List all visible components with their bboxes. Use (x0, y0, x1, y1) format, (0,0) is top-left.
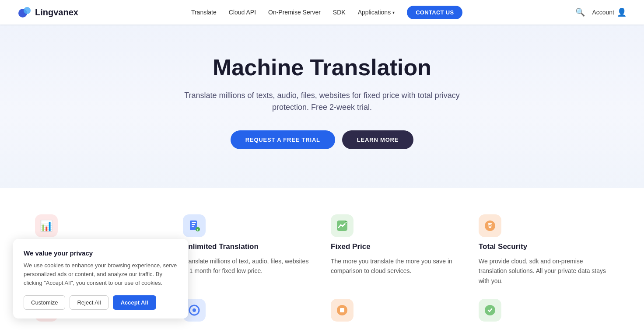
svg-rect-3 (192, 222, 196, 223)
feature-card-fixed-price: Fixed Price The more you translate the m… (331, 214, 461, 286)
cookie-buttons: Customize Reject All Accept All (24, 295, 178, 310)
reject-all-button[interactable]: Reject All (70, 295, 108, 310)
feature-desc-unlimited: Translate millions of text, audio, files… (183, 256, 313, 276)
accept-all-button[interactable]: Accept All (113, 295, 156, 310)
svg-point-10 (346, 222, 347, 223)
account-nav[interactable]: Account 👤 (592, 7, 626, 17)
cookie-text: We use cookies to enhance your browsing … (24, 261, 178, 287)
feature-icon-fixed-price (331, 214, 354, 237)
hero-buttons: REQUEST A FREE TRIAL LEARN MORE (231, 130, 413, 149)
svg-text:+: + (197, 228, 199, 231)
applications-chevron-down-icon: ▾ (392, 10, 395, 15)
request-free-trial-button[interactable]: REQUEST A FREE TRIAL (231, 130, 335, 149)
customize-button[interactable]: Customize (24, 295, 65, 310)
account-label: Account (592, 9, 614, 16)
svg-rect-4 (192, 224, 195, 225)
feature-title-security: Total Security (479, 242, 609, 251)
hero-title: Machine Translation (213, 55, 431, 81)
svg-rect-17 (340, 308, 344, 312)
search-icon[interactable]: 🔍 (575, 7, 585, 17)
nav-right: 🔍 Account 👤 (575, 7, 626, 17)
logo-icon (18, 5, 32, 19)
hero-section: Machine Translation Translate millions o… (0, 0, 644, 188)
navbar: Lingvanex Translate Cloud API On-Premise… (0, 0, 644, 24)
nav-applications[interactable]: Applications ▾ (358, 9, 395, 16)
svg-point-15 (192, 308, 196, 312)
svg-point-1 (24, 7, 31, 14)
feature-icon-unlimited: + (183, 214, 206, 237)
feature-title-unlimited: Unlimited Translation (183, 242, 313, 251)
nav-translate[interactable]: Translate (191, 9, 217, 16)
hero-subtitle: Translate millions of texts, audio, file… (182, 90, 462, 114)
bottom-icon-2 (331, 299, 354, 322)
nav-on-premise[interactable]: On-Premise Server (268, 9, 321, 16)
feature-icon-security (479, 214, 501, 237)
feature-desc-security: We provide cloud, sdk and on-premise tra… (479, 256, 609, 286)
feature-card-unlimited: + Unlimited Translation Translate millio… (183, 214, 313, 286)
cookie-title: We value your privacy (24, 249, 178, 257)
cookie-banner: We value your privacy We use cookies to … (13, 239, 188, 318)
user-icon: 👤 (617, 7, 626, 17)
feature-title-fixed-price: Fixed Price (331, 242, 461, 251)
nav-links: Translate Cloud API On-Premise Server SD… (191, 6, 462, 19)
bottom-icon-3 (479, 299, 501, 322)
svg-rect-5 (192, 226, 194, 227)
feature-desc-fixed-price: The more you translate the more you save… (331, 256, 461, 276)
nav-cloud-api[interactable]: Cloud API (229, 9, 256, 16)
feature-icon-partial: 📊 (35, 214, 58, 237)
contact-us-button[interactable]: CONTACT US (407, 6, 462, 19)
logo-text: Lingvanex (35, 7, 78, 18)
nav-sdk[interactable]: SDK (333, 9, 346, 16)
learn-more-button[interactable]: LEARN MORE (342, 130, 413, 149)
logo[interactable]: Lingvanex (18, 5, 78, 19)
feature-card-security: Total Security We provide cloud, sdk and… (479, 214, 609, 286)
